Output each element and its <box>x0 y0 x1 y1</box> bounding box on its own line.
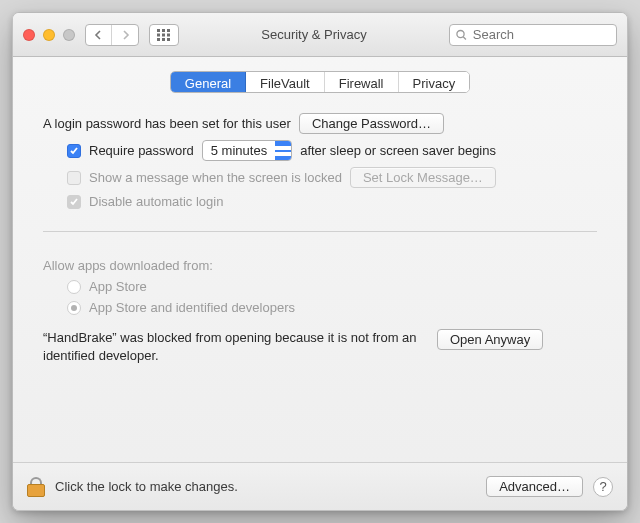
lock-hint-text: Click the lock to make changes. <box>55 479 238 494</box>
titlebar: Security & Privacy <box>13 13 627 57</box>
nav-back-forward <box>85 24 139 46</box>
require-password-suffix: after sleep or screen saver begins <box>300 143 496 158</box>
gatekeeper-identified-label: App Store and identified developers <box>89 300 295 315</box>
tab-firewall[interactable]: Firewall <box>325 72 399 92</box>
svg-rect-2 <box>167 29 170 32</box>
section-divider <box>43 231 597 232</box>
tab-filevault[interactable]: FileVault <box>246 72 325 92</box>
require-password-label: Require password <box>89 143 194 158</box>
lock-body-icon <box>27 484 45 497</box>
chevron-right-icon <box>121 30 130 40</box>
checkmark-icon <box>69 146 79 156</box>
blocked-app-message: “HandBrake” was blocked from opening bec… <box>43 329 423 364</box>
gatekeeper-pane: Allow apps downloaded from: App Store Ap… <box>13 248 627 364</box>
disable-automatic-login-checkbox <box>67 195 81 209</box>
grid-icon <box>157 29 171 41</box>
tab-general[interactable]: General <box>171 72 246 92</box>
help-button[interactable]: ? <box>593 477 613 497</box>
preferences-window: Security & Privacy General FileVault Fir… <box>12 12 628 511</box>
back-button[interactable] <box>86 25 112 45</box>
checkmark-icon <box>69 197 79 207</box>
svg-line-10 <box>463 36 466 39</box>
tab-bar: General FileVault Firewall Privacy <box>13 57 627 103</box>
show-lock-message-label: Show a message when the screen is locked <box>89 170 342 185</box>
change-password-button[interactable]: Change Password… <box>299 113 444 134</box>
popup-arrows-icon <box>275 141 291 160</box>
require-password-delay-value: 5 minutes <box>203 143 275 158</box>
minimize-window-button[interactable] <box>43 29 55 41</box>
footer: Click the lock to make changes. Advanced… <box>13 462 627 510</box>
disable-automatic-login-label: Disable automatic login <box>89 194 223 209</box>
require-password-checkbox[interactable] <box>67 144 81 158</box>
svg-rect-4 <box>162 33 165 36</box>
zoom-window-button[interactable] <box>63 29 75 41</box>
forward-button[interactable] <box>112 25 138 45</box>
window-title: Security & Privacy <box>189 27 439 42</box>
lock-button[interactable] <box>27 477 45 497</box>
svg-point-9 <box>457 30 464 37</box>
show-lock-message-checkbox <box>67 171 81 185</box>
svg-rect-7 <box>162 38 165 41</box>
search-field[interactable] <box>449 24 617 46</box>
tab-filevault-label: FileVault <box>260 76 310 91</box>
search-input[interactable] <box>471 26 610 43</box>
svg-rect-0 <box>157 29 160 32</box>
svg-rect-5 <box>167 33 170 36</box>
window-controls <box>23 29 75 41</box>
svg-rect-6 <box>157 38 160 41</box>
close-window-button[interactable] <box>23 29 35 41</box>
svg-rect-1 <box>162 29 165 32</box>
tab-firewall-label: Firewall <box>339 76 384 91</box>
gatekeeper-appstore-label: App Store <box>89 279 147 294</box>
gatekeeper-appstore-radio <box>67 280 81 294</box>
show-all-button[interactable] <box>149 24 179 46</box>
svg-rect-8 <box>167 38 170 41</box>
chevron-left-icon <box>94 30 103 40</box>
require-password-delay-popup[interactable]: 5 minutes <box>202 140 292 161</box>
set-lock-message-button: Set Lock Message… <box>350 167 496 188</box>
gatekeeper-heading: Allow apps downloaded from: <box>43 258 213 273</box>
tab-privacy-label: Privacy <box>413 76 456 91</box>
tab-general-label: General <box>185 76 231 91</box>
advanced-button[interactable]: Advanced… <box>486 476 583 497</box>
search-icon <box>456 29 467 41</box>
general-pane: A login password has been set for this u… <box>13 103 627 209</box>
open-anyway-button[interactable]: Open Anyway <box>437 329 543 350</box>
svg-rect-3 <box>157 33 160 36</box>
login-password-set-text: A login password has been set for this u… <box>43 116 291 131</box>
tab-privacy[interactable]: Privacy <box>399 72 470 92</box>
gatekeeper-identified-radio <box>67 301 81 315</box>
